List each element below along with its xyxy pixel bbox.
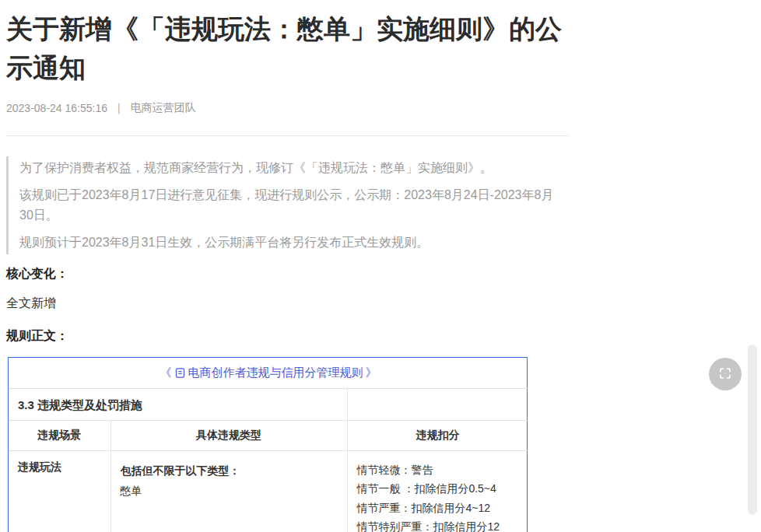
violation-type-intro: 包括但不限于以下类型： [121,460,338,481]
scrollbar[interactable] [748,345,757,515]
penalty-line: 情节一般 ：扣除信用分0.5~4 [357,479,520,499]
notice-paragraph: 规则预计于2023年8月31日生效，公示期满平台将另行发布正式生效规则。 [19,233,566,253]
rule-section-heading-row: 3.3 违规类型及处罚措施 [9,388,528,420]
penalty-line: 情节特别严重：扣除信用分12 [357,517,520,532]
rule-body-label: 规则正文： [6,328,570,345]
expand-icon [718,366,732,383]
rule-table: 《 电商创作者违规与信用分管理规则 》 3.3 违规类 [9,358,528,532]
author-name: 电商运营团队 [131,101,196,115]
column-header-penalty: 违规扣分 [347,420,528,450]
penalty-list: 情节轻微：警告 情节一般 ：扣除信用分0.5~4 情节严重：扣除信用分4~12 … [357,460,520,532]
meta-separator: ｜ [114,101,124,115]
link-suffix: 》 [366,366,377,380]
violation-penalty-cell: 情节轻微：警告 情节一般 ：扣除信用分0.5~4 情节严重：扣除信用分4~12 … [347,450,528,532]
column-header-type: 具体违规类型 [110,420,347,450]
core-change-label: 核心变化： [6,266,570,282]
rule-table-container: 《 电商创作者违规与信用分管理规则 》 3.3 违规类 [8,357,528,532]
table-header-row: 违规场景 具体违规类型 违规扣分 [9,420,528,450]
penalty-line: 情节轻微：警告 [357,460,520,480]
article-meta: 2023-08-24 16:55:16 ｜ 电商运营团队 [6,101,570,115]
notice-paragraph: 该规则已于2023年8月17日进行意见征集，现进行规则公示，公示期：2023年8… [19,185,566,226]
rule-document-link-label: 电商创作者违规与信用分管理规则 [188,366,363,380]
rule-link-cell: 《 电商创作者违规与信用分管理规则 》 [9,358,528,388]
link-prefix: 《 [160,366,172,380]
expand-button[interactable] [709,358,742,390]
document-icon [174,367,186,379]
page-title: 关于新增《「违规玩法：憋单」实施细则》的公示通知 [6,9,570,87]
rule-document-link[interactable]: 《 电商创作者违规与信用分管理规则 》 [160,366,377,380]
notice-quote: 为了保护消费者权益，规范商家经营行为，现修订《「违规玩法：憋单」实施细则》。 该… [6,156,566,254]
core-change-value: 全文新增 [6,296,570,312]
violation-scene-cell: 违规玩法 [9,450,110,532]
empty-cell [347,388,528,420]
violation-type-item: 憋单 [121,481,338,501]
article: 关于新增《「违规玩法：憋单」实施细则》的公示通知 2023-08-24 16:5… [6,0,570,532]
publish-datetime: 2023-08-24 16:55:16 [6,102,107,114]
notice-paragraph: 为了保护消费者权益，规范商家经营行为，现修订《「违规玩法：憋单」实施细则》。 [19,158,566,178]
rule-link-row: 《 电商创作者违规与信用分管理规则 》 [9,358,528,388]
violation-type-cell: 包括但不限于以下类型： 憋单 [110,450,347,532]
table-row: 违规玩法 包括但不限于以下类型： 憋单 情节轻微：警告 情节一般 ：扣除信用分0… [9,450,528,532]
rule-section-heading: 3.3 违规类型及处罚措施 [9,388,347,420]
header-divider [6,135,568,136]
penalty-line: 情节严重：扣除信用分4~12 [357,499,520,518]
column-header-scene: 违规场景 [9,420,110,450]
